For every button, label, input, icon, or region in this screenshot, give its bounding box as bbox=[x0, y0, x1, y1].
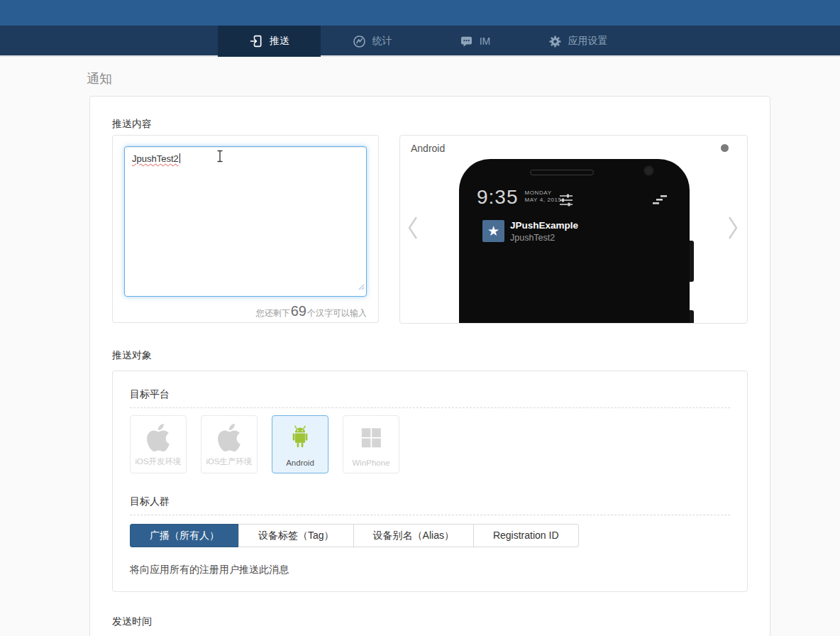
textarea-resize-handle[interactable] bbox=[358, 281, 365, 295]
message-textarea[interactable]: JpushTest2 bbox=[124, 146, 367, 297]
page-title: 通知 bbox=[87, 70, 840, 87]
push-content-label: 推送内容 bbox=[112, 118, 748, 131]
audience-tab-tag[interactable]: 设备标签（Tag） bbox=[238, 524, 354, 547]
push-icon bbox=[249, 34, 263, 48]
carousel-next-chevron-icon[interactable] bbox=[727, 215, 739, 243]
nav-tab-label: 统计 bbox=[372, 35, 392, 48]
android-preview-card: Android 9:35 MONDAY bbox=[399, 135, 748, 324]
ibeam-mouse-cursor bbox=[216, 150, 224, 167]
nav-tab-label: IM bbox=[480, 35, 491, 47]
audience-tab-alias[interactable]: 设备别名（Alias） bbox=[353, 524, 474, 547]
nav-tab-stats[interactable]: 统计 bbox=[321, 26, 424, 57]
platform-tile-ios-dev[interactable]: iOS开发环境 bbox=[130, 415, 187, 473]
phone-speaker bbox=[530, 170, 594, 175]
carousel-dot-indicator[interactable] bbox=[721, 144, 729, 152]
divider bbox=[130, 407, 730, 408]
preview-platform-label: Android bbox=[411, 143, 445, 154]
window-top-bar bbox=[0, 0, 840, 26]
target-platform-label: 目标平台 bbox=[130, 388, 730, 401]
phone-date: MONDAY MAY 4, 2015 bbox=[525, 190, 562, 204]
textarea-value: JpushTest2 bbox=[132, 153, 179, 164]
nav-tab-app-settings[interactable]: 应用设置 bbox=[526, 26, 629, 57]
main-navigation: 推送 统计 IM bbox=[0, 26, 840, 57]
stats-icon bbox=[353, 35, 366, 48]
phone-time: 9:35 bbox=[477, 187, 519, 207]
platform-tile-label: iOS开发环境 bbox=[131, 456, 186, 467]
platform-tile-label: iOS生产环境 bbox=[201, 456, 257, 467]
platform-tile-label: WinPhone bbox=[343, 459, 399, 467]
push-target-card: 目标平台 iOS开发环境 iOS生产环境 bbox=[112, 371, 748, 592]
phone-clock: 9:35 MONDAY MAY 4, 2015 bbox=[477, 187, 562, 207]
sliders-icon bbox=[558, 192, 574, 211]
send-time-label: 发送时间 bbox=[112, 615, 748, 628]
im-chat-icon bbox=[460, 35, 473, 48]
nav-tab-im[interactable]: IM bbox=[424, 26, 526, 57]
nav-tab-label: 推送 bbox=[270, 35, 289, 48]
android-phone-mockup: 9:35 MONDAY MAY 4, 2015 bbox=[459, 159, 690, 324]
phone-volume-button bbox=[690, 241, 694, 282]
phone-power-button bbox=[690, 310, 694, 324]
platform-tile-label: Android bbox=[272, 459, 328, 467]
notification-preview: ★ JPushExample JpushTest2 bbox=[482, 220, 578, 243]
audience-description: 将向应用所有的注册用户推送此消息 bbox=[130, 564, 730, 576]
platform-tile-android[interactable]: Android bbox=[272, 415, 328, 473]
platform-tile-ios-prod[interactable]: iOS生产环境 bbox=[201, 415, 258, 473]
audience-tabs: 广播（所有人） 设备标签（Tag） 设备别名（Alias） Registrati… bbox=[130, 524, 730, 547]
notification-app-name: JPushExample bbox=[510, 220, 578, 231]
platform-tiles: iOS开发环境 iOS生产环境 bbox=[130, 415, 730, 473]
notification-message: JpushTest2 bbox=[510, 233, 578, 243]
counter-suffix: 个汉字可以输入 bbox=[307, 308, 367, 318]
target-audience-label: 目标人群 bbox=[130, 495, 730, 508]
carousel-prev-chevron-icon[interactable] bbox=[407, 215, 419, 243]
audience-tab-broadcast[interactable]: 广播（所有人） bbox=[130, 524, 239, 547]
settings-gear-icon bbox=[548, 35, 562, 48]
divider bbox=[130, 515, 730, 515]
char-counter: 您还剩下69个汉字可以输入 bbox=[124, 303, 367, 319]
push-form-card: 推送内容 JpushTest2 您还剩下69个汉字可以输入 bbox=[89, 96, 770, 636]
phone-camera bbox=[643, 165, 654, 176]
platform-tile-winphone[interactable]: WinPhone bbox=[343, 415, 399, 473]
nav-tabs: 推送 统计 IM bbox=[218, 26, 629, 57]
counter-prefix: 您还剩下 bbox=[256, 308, 290, 318]
nav-tab-push[interactable]: 推送 bbox=[218, 26, 321, 57]
audience-tab-registration-id[interactable]: Registration ID bbox=[473, 524, 579, 547]
nav-tab-label: 应用设置 bbox=[568, 35, 608, 48]
push-target-label: 推送对象 bbox=[112, 349, 748, 362]
counter-count: 69 bbox=[291, 303, 306, 319]
phone-weekday: MONDAY bbox=[525, 190, 562, 197]
push-content-editor-card: JpushTest2 您还剩下69个汉字可以输入 bbox=[112, 135, 379, 323]
text-caret bbox=[179, 153, 180, 163]
stacked-bars-icon bbox=[652, 194, 668, 209]
phone-date-line: MAY 4, 2015 bbox=[525, 197, 562, 204]
notification-star-icon: ★ bbox=[482, 220, 504, 242]
